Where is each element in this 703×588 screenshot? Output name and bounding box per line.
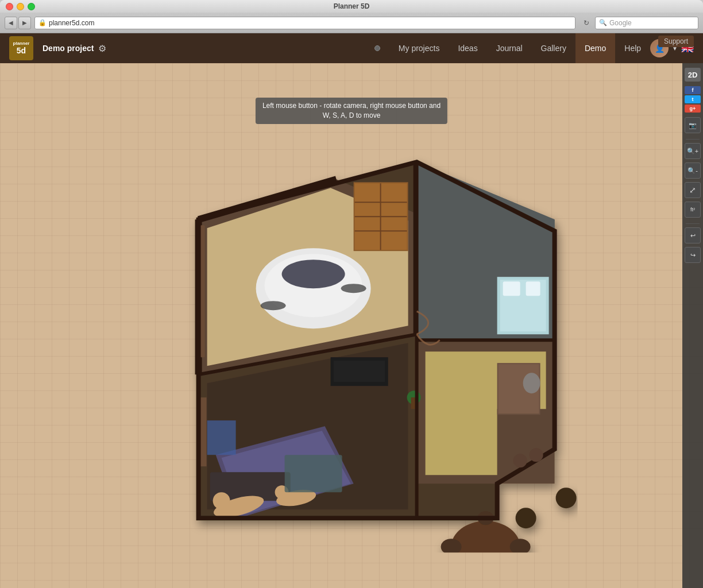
support-button[interactable]: Support bbox=[658, 36, 694, 47]
floorplan-container bbox=[107, 116, 578, 552]
close-button[interactable] bbox=[6, 3, 13, 10]
maximize-button[interactable] bbox=[28, 3, 35, 10]
svg-rect-34 bbox=[334, 360, 385, 382]
browser-toolbar: ◀ ▶ 🔒 planner5d.com ↻ 🔍 Google bbox=[0, 13, 703, 33]
svg-point-58 bbox=[513, 454, 527, 467]
app-logo: planner 5d bbox=[9, 36, 33, 60]
svg-point-25 bbox=[523, 373, 540, 393]
address-text: planner5d.com bbox=[49, 19, 94, 27]
address-bar[interactable]: 🔒 planner5d.com bbox=[34, 17, 575, 29]
minimize-button[interactable] bbox=[17, 3, 24, 10]
svg-rect-6 bbox=[200, 225, 205, 357]
nav-gallery[interactable]: Gallery bbox=[532, 33, 575, 63]
app-content: planner 5d Demo project ⚙ My projects Id… bbox=[0, 33, 703, 588]
fullscreen-button[interactable]: ⤢ bbox=[685, 182, 701, 198]
svg-rect-50 bbox=[503, 281, 520, 296]
zoom-out-icon: 🔍- bbox=[687, 167, 698, 175]
forward-button[interactable]: ▶ bbox=[18, 17, 31, 29]
back-button[interactable]: ◀ bbox=[5, 17, 17, 29]
svg-point-16 bbox=[261, 301, 286, 310]
search-icon: 🔍 bbox=[599, 19, 607, 26]
svg-point-17 bbox=[341, 284, 366, 293]
right-sidebar: 2D f t g+ 📷 🔍+ 🔍- ⤢ bbox=[682, 63, 703, 588]
nav-dot bbox=[374, 45, 380, 51]
undo-button[interactable]: ↩ bbox=[685, 227, 701, 243]
settings-icon[interactable]: ⚙ bbox=[98, 43, 106, 54]
svg-point-59 bbox=[530, 448, 543, 462]
redo-icon: ↪ bbox=[690, 252, 696, 259]
tooltip-line1: Left mouse button - rotate camera, right… bbox=[262, 101, 441, 111]
units-button[interactable]: ft² bbox=[685, 202, 701, 218]
app-navbar: planner 5d Demo project ⚙ My projects Id… bbox=[0, 33, 703, 63]
svg-rect-44 bbox=[285, 455, 342, 492]
tooltip: Left mouse button - rotate camera, right… bbox=[256, 98, 447, 124]
nav-links: My projects Ideas Journal Gallery Demo H… bbox=[389, 33, 650, 63]
redo-button[interactable]: ↪ bbox=[685, 247, 701, 263]
project-name: Demo project bbox=[43, 44, 94, 53]
undo-icon: ↩ bbox=[690, 232, 696, 239]
browser-title: Planner 5D bbox=[334, 2, 370, 10]
search-placeholder: Google bbox=[609, 19, 632, 27]
svg-point-57 bbox=[556, 488, 577, 508]
nav-journal[interactable]: Journal bbox=[487, 33, 532, 63]
window-controls bbox=[6, 3, 35, 10]
browser-window: Planner 5D ◀ ▶ 🔒 planner5d.com ↻ 🔍 Googl… bbox=[0, 0, 703, 588]
main-view: Left mouse button - rotate camera, right… bbox=[0, 63, 703, 588]
svg-point-15 bbox=[282, 260, 345, 288]
nav-help[interactable]: Help bbox=[615, 33, 650, 63]
camera-icon: 📷 bbox=[689, 122, 697, 129]
logo-box: planner 5d bbox=[9, 36, 33, 60]
fullscreen-icon: ⤢ bbox=[689, 185, 696, 195]
nav-buttons: ◀ ▶ bbox=[5, 17, 31, 29]
divider-2 bbox=[686, 223, 700, 224]
zoom-out-button[interactable]: 🔍- bbox=[685, 163, 701, 179]
nav-demo[interactable]: Demo bbox=[575, 33, 615, 63]
social-buttons: f t g+ bbox=[685, 86, 701, 113]
view-2d-button[interactable]: 2D bbox=[685, 68, 701, 82]
logo-line2: 5d bbox=[13, 47, 30, 55]
zoom-in-icon: 🔍+ bbox=[687, 148, 698, 155]
floorplan-svg bbox=[107, 116, 578, 552]
zoom-in-button[interactable]: 🔍+ bbox=[685, 143, 701, 159]
nav-ideas[interactable]: Ideas bbox=[449, 33, 486, 63]
facebook-button[interactable]: f bbox=[685, 86, 701, 94]
svg-point-56 bbox=[516, 508, 536, 528]
camera-button[interactable]: 📷 bbox=[685, 117, 701, 133]
svg-point-41 bbox=[213, 492, 230, 509]
tooltip-line2: W, S, A, D to move bbox=[262, 111, 441, 121]
reload-button[interactable]: ↻ bbox=[581, 18, 592, 28]
view-2d-label: 2D bbox=[688, 71, 698, 79]
svg-point-26 bbox=[451, 521, 520, 552]
browser-titlebar: Planner 5D bbox=[0, 0, 703, 13]
search-bar[interactable]: 🔍 Google bbox=[595, 17, 698, 29]
googleplus-button[interactable]: g+ bbox=[685, 105, 701, 113]
units-icon: ft² bbox=[690, 207, 695, 212]
divider-1 bbox=[686, 139, 700, 140]
secure-icon: 🔒 bbox=[38, 19, 47, 26]
svg-rect-46 bbox=[207, 420, 236, 455]
twitter-button[interactable]: t bbox=[685, 95, 701, 103]
nav-my-projects[interactable]: My projects bbox=[389, 33, 449, 63]
svg-rect-51 bbox=[526, 281, 540, 296]
